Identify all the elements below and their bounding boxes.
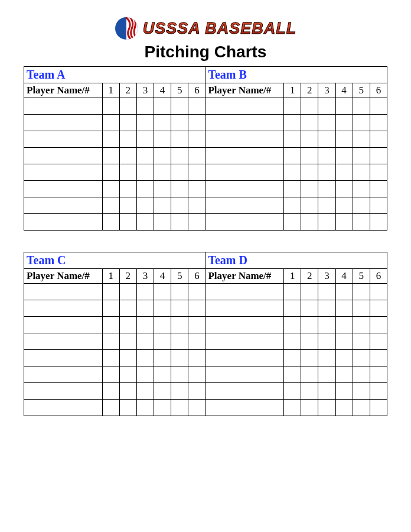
inning-cell[interactable]	[188, 284, 206, 300]
inning-cell[interactable]	[188, 148, 206, 164]
inning-cell[interactable]	[284, 284, 301, 300]
inning-cell[interactable]	[284, 214, 301, 231]
inning-cell[interactable]	[318, 148, 335, 164]
inning-cell[interactable]	[301, 317, 318, 333]
inning-cell[interactable]	[102, 164, 119, 181]
inning-cell[interactable]	[102, 181, 119, 197]
inning-cell[interactable]	[102, 131, 119, 148]
player-name-cell[interactable]	[24, 148, 103, 164]
inning-cell[interactable]	[171, 98, 188, 115]
inning-cell[interactable]	[353, 317, 370, 333]
inning-cell[interactable]	[188, 115, 206, 131]
player-name-cell[interactable]	[206, 197, 284, 214]
inning-cell[interactable]	[119, 115, 136, 131]
player-name-cell[interactable]	[206, 181, 284, 197]
inning-cell[interactable]	[318, 350, 335, 366]
inning-cell[interactable]	[301, 400, 318, 416]
inning-cell[interactable]	[370, 350, 387, 366]
inning-cell[interactable]	[136, 383, 154, 400]
inning-cell[interactable]	[370, 98, 387, 115]
inning-cell[interactable]	[318, 383, 335, 400]
inning-cell[interactable]	[171, 400, 188, 416]
inning-cell[interactable]	[284, 366, 301, 383]
inning-cell[interactable]	[284, 115, 301, 131]
inning-cell[interactable]	[119, 284, 136, 300]
inning-cell[interactable]	[335, 317, 353, 333]
inning-cell[interactable]	[353, 400, 370, 416]
player-name-cell[interactable]	[206, 350, 284, 366]
inning-cell[interactable]	[301, 284, 318, 300]
inning-cell[interactable]	[188, 98, 206, 115]
inning-cell[interactable]	[335, 214, 353, 231]
inning-cell[interactable]	[171, 350, 188, 366]
player-name-cell[interactable]	[206, 400, 284, 416]
inning-cell[interactable]	[119, 164, 136, 181]
inning-cell[interactable]	[171, 284, 188, 300]
inning-cell[interactable]	[335, 197, 353, 214]
inning-cell[interactable]	[318, 164, 335, 181]
inning-cell[interactable]	[119, 131, 136, 148]
inning-cell[interactable]	[353, 284, 370, 300]
inning-cell[interactable]	[301, 383, 318, 400]
inning-cell[interactable]	[284, 148, 301, 164]
inning-cell[interactable]	[301, 333, 318, 350]
inning-cell[interactable]	[353, 148, 370, 164]
inning-cell[interactable]	[154, 214, 171, 231]
player-name-cell[interactable]	[24, 197, 103, 214]
inning-cell[interactable]	[335, 300, 353, 317]
inning-cell[interactable]	[301, 148, 318, 164]
inning-cell[interactable]	[188, 214, 206, 231]
inning-cell[interactable]	[102, 300, 119, 317]
player-name-cell[interactable]	[206, 284, 284, 300]
inning-cell[interactable]	[335, 366, 353, 383]
inning-cell[interactable]	[353, 300, 370, 317]
inning-cell[interactable]	[335, 284, 353, 300]
inning-cell[interactable]	[301, 214, 318, 231]
inning-cell[interactable]	[119, 197, 136, 214]
inning-cell[interactable]	[136, 197, 154, 214]
inning-cell[interactable]	[102, 317, 119, 333]
inning-cell[interactable]	[119, 300, 136, 317]
inning-cell[interactable]	[318, 366, 335, 383]
inning-cell[interactable]	[188, 131, 206, 148]
inning-cell[interactable]	[154, 164, 171, 181]
inning-cell[interactable]	[335, 333, 353, 350]
inning-cell[interactable]	[119, 350, 136, 366]
inning-cell[interactable]	[188, 350, 206, 366]
player-name-cell[interactable]	[206, 383, 284, 400]
inning-cell[interactable]	[284, 300, 301, 317]
player-name-cell[interactable]	[206, 317, 284, 333]
inning-cell[interactable]	[284, 181, 301, 197]
inning-cell[interactable]	[335, 350, 353, 366]
inning-cell[interactable]	[301, 366, 318, 383]
inning-cell[interactable]	[154, 98, 171, 115]
inning-cell[interactable]	[171, 383, 188, 400]
player-name-cell[interactable]	[24, 300, 103, 317]
inning-cell[interactable]	[370, 181, 387, 197]
inning-cell[interactable]	[154, 115, 171, 131]
inning-cell[interactable]	[171, 115, 188, 131]
player-name-cell[interactable]	[24, 115, 103, 131]
inning-cell[interactable]	[353, 115, 370, 131]
inning-cell[interactable]	[335, 400, 353, 416]
inning-cell[interactable]	[301, 181, 318, 197]
player-name-cell[interactable]	[206, 333, 284, 350]
inning-cell[interactable]	[102, 383, 119, 400]
player-name-cell[interactable]	[24, 383, 103, 400]
player-name-cell[interactable]	[206, 300, 284, 317]
inning-cell[interactable]	[370, 300, 387, 317]
inning-cell[interactable]	[119, 333, 136, 350]
inning-cell[interactable]	[136, 164, 154, 181]
player-name-cell[interactable]	[206, 98, 284, 115]
inning-cell[interactable]	[154, 131, 171, 148]
inning-cell[interactable]	[335, 181, 353, 197]
inning-cell[interactable]	[284, 164, 301, 181]
inning-cell[interactable]	[301, 197, 318, 214]
inning-cell[interactable]	[102, 400, 119, 416]
player-name-cell[interactable]	[24, 366, 103, 383]
inning-cell[interactable]	[154, 181, 171, 197]
inning-cell[interactable]	[136, 181, 154, 197]
inning-cell[interactable]	[370, 148, 387, 164]
inning-cell[interactable]	[136, 131, 154, 148]
inning-cell[interactable]	[154, 317, 171, 333]
